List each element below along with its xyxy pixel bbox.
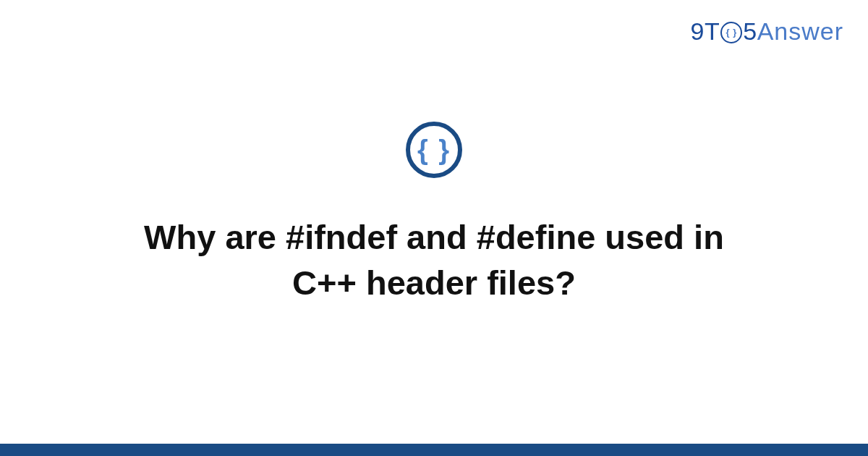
content-center: { } Why are #ifndef and #define used in … xyxy=(0,0,868,456)
braces-circle-icon: { } xyxy=(406,122,462,178)
footer-bar xyxy=(0,444,868,456)
question-title: Why are #ifndef and #define used in C++ … xyxy=(87,214,781,306)
braces-glyph: { } xyxy=(417,136,451,164)
